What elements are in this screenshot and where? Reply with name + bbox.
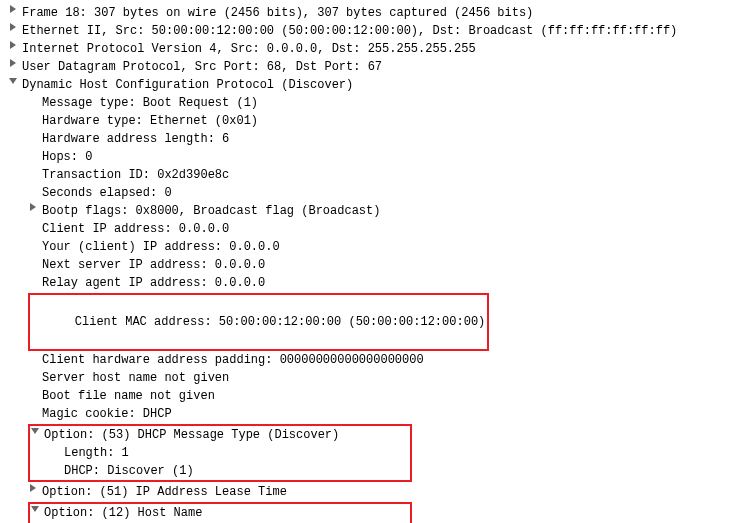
highlight-box: Client MAC address: 50:00:00:12:00:00 (5… xyxy=(28,293,489,351)
tree-label: Dynamic Host Configuration Protocol (Dis… xyxy=(22,76,353,94)
tree-item-ip[interactable]: Internet Protocol Version 4, Src: 0.0.0.… xyxy=(8,40,725,58)
field-seconds[interactable]: Seconds elapsed: 0 xyxy=(8,184,725,202)
field-label: Magic cookie: DHCP xyxy=(42,405,172,423)
tree-item-ethernet[interactable]: Ethernet II, Src: 50:00:00:12:00:00 (50:… xyxy=(8,22,725,40)
tree-label: User Datagram Protocol, Src Port: 68, Ds… xyxy=(22,58,382,76)
field-label: Hardware address length: 6 xyxy=(42,130,229,148)
chevron-down-icon xyxy=(30,426,44,436)
field-label: Server host name not given xyxy=(42,369,229,387)
field-label: Relay agent IP address: 0.0.0.0 xyxy=(42,274,265,292)
field-transaction-id[interactable]: Transaction ID: 0x2d390e8c xyxy=(8,166,725,184)
field-label: Next server IP address: 0.0.0.0 xyxy=(42,256,265,274)
field-label: DHCP: Discover (1) xyxy=(64,462,194,480)
field-bootp-flags[interactable]: Bootp flags: 0x8000, Broadcast flag (Bro… xyxy=(8,202,725,220)
field-client-mac: Client MAC address: 50:00:00:12:00:00 (5… xyxy=(75,315,485,329)
chevron-down-icon xyxy=(30,504,44,514)
tree-item-dhcp[interactable]: Dynamic Host Configuration Protocol (Dis… xyxy=(8,76,725,94)
field-label: Client IP address: 0.0.0.0 xyxy=(42,220,229,238)
field-label: Client hardware address padding: 0000000… xyxy=(42,351,424,369)
field-label: Boot file name not given xyxy=(42,387,215,405)
field-client-ip[interactable]: Client IP address: 0.0.0.0 xyxy=(8,220,725,238)
option-51[interactable]: Option: (51) IP Address Lease Time xyxy=(8,483,725,501)
tree-label: Internet Protocol Version 4, Src: 0.0.0.… xyxy=(22,40,476,58)
field-client-mac-row[interactable]: Client MAC address: 50:00:00:12:00:00 (5… xyxy=(8,292,725,351)
chevron-right-icon xyxy=(28,202,42,212)
field-hops[interactable]: Hops: 0 xyxy=(8,148,725,166)
option-label: Option: (12) Host Name xyxy=(44,504,202,522)
option-12[interactable]: Option: (12) Host Name xyxy=(30,504,410,522)
chevron-right-icon xyxy=(28,483,42,493)
chevron-right-icon xyxy=(8,58,22,68)
chevron-right-icon xyxy=(8,4,22,14)
option-53[interactable]: Option: (53) DHCP Message Type (Discover… xyxy=(30,426,410,444)
option-label: Option: (51) IP Address Lease Time xyxy=(42,483,287,501)
chevron-right-icon xyxy=(8,40,22,50)
option-53-length[interactable]: Length: 1 xyxy=(30,444,410,462)
field-message-type[interactable]: Message type: Boot Request (1) xyxy=(8,94,725,112)
field-label: Transaction ID: 0x2d390e8c xyxy=(42,166,229,184)
chevron-right-icon xyxy=(8,22,22,32)
field-label: Length: 1 xyxy=(64,444,129,462)
field-server-hostname[interactable]: Server host name not given xyxy=(8,369,725,387)
tree-item-frame[interactable]: Frame 18: 307 bytes on wire (2456 bits),… xyxy=(8,4,725,22)
field-hardware-type[interactable]: Hardware type: Ethernet (0x01) xyxy=(8,112,725,130)
field-hardware-len[interactable]: Hardware address length: 6 xyxy=(8,130,725,148)
field-relay-ip[interactable]: Relay agent IP address: 0.0.0.0 xyxy=(8,274,725,292)
field-label: Message type: Boot Request (1) xyxy=(42,94,258,112)
option-53-value[interactable]: DHCP: Discover (1) xyxy=(30,462,410,480)
tree-item-udp[interactable]: User Datagram Protocol, Src Port: 68, Ds… xyxy=(8,58,725,76)
field-label: Bootp flags: 0x8000, Broadcast flag (Bro… xyxy=(42,202,380,220)
field-your-ip[interactable]: Your (client) IP address: 0.0.0.0 xyxy=(8,238,725,256)
field-label: Hops: 0 xyxy=(42,148,92,166)
option-label: Option: (53) DHCP Message Type (Discover… xyxy=(44,426,339,444)
field-boot-file[interactable]: Boot file name not given xyxy=(8,387,725,405)
highlight-box-opt53: Option: (53) DHCP Message Type (Discover… xyxy=(28,424,412,482)
highlight-box-opt12: Option: (12) Host Name Length: 12 Host N… xyxy=(28,502,412,523)
tree-label: Frame 18: 307 bytes on wire (2456 bits),… xyxy=(22,4,533,22)
field-label: Seconds elapsed: 0 xyxy=(42,184,172,202)
chevron-down-icon xyxy=(8,76,22,86)
tree-label: Ethernet II, Src: 50:00:00:12:00:00 (50:… xyxy=(22,22,677,40)
field-chaddr-padding[interactable]: Client hardware address padding: 0000000… xyxy=(8,351,725,369)
field-magic-cookie[interactable]: Magic cookie: DHCP xyxy=(8,405,725,423)
field-label: Hardware type: Ethernet (0x01) xyxy=(42,112,258,130)
field-next-server-ip[interactable]: Next server IP address: 0.0.0.0 xyxy=(8,256,725,274)
field-label: Your (client) IP address: 0.0.0.0 xyxy=(42,238,280,256)
